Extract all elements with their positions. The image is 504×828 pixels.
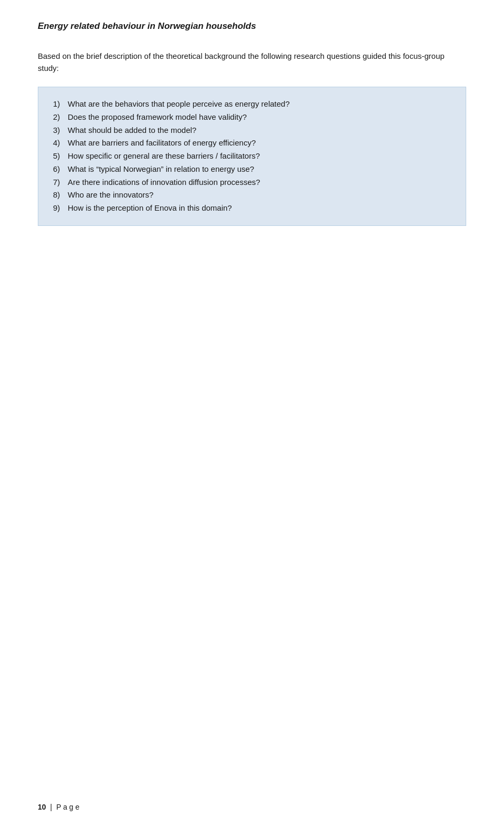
question-number: 5) <box>53 150 68 163</box>
footer-separator: | <box>50 803 52 811</box>
page-footer: 10 | P a g e <box>38 803 79 811</box>
question-text: Are there indications of innovation diff… <box>68 176 451 189</box>
question-number: 9) <box>53 202 68 215</box>
question-number: 4) <box>53 137 68 150</box>
page: Energy related behaviour in Norwegian ho… <box>0 0 504 828</box>
question-number: 3) <box>53 124 68 137</box>
question-text: How is the perception of Enova in this d… <box>68 202 451 215</box>
list-item: 6)What is “typical Norwegian” in relatio… <box>53 163 451 176</box>
question-text: Who are the innovators? <box>68 189 451 202</box>
research-questions-list: 1)What are the behaviors that people per… <box>53 98 451 215</box>
list-item: 9)How is the perception of Enova in this… <box>53 202 451 215</box>
question-number: 8) <box>53 189 68 202</box>
question-number: 1) <box>53 98 68 111</box>
question-text: What is “typical Norwegian” in relation … <box>68 163 451 176</box>
list-item: 1)What are the behaviors that people per… <box>53 98 451 111</box>
intro-paragraph: Based on the brief description of the th… <box>38 50 466 74</box>
question-text: What are barriers and facilitators of en… <box>68 137 451 150</box>
list-item: 5)How specific or general are these barr… <box>53 150 451 163</box>
question-text: What should be added to the model? <box>68 124 451 137</box>
research-box: 1)What are the behaviors that people per… <box>38 87 466 226</box>
question-text: Does the proposed framework model have v… <box>68 111 451 124</box>
list-item: 7)Are there indications of innovation di… <box>53 176 451 189</box>
page-title: Energy related behaviour in Norwegian ho… <box>38 21 466 32</box>
list-item: 3)What should be added to the model? <box>53 124 451 137</box>
question-number: 6) <box>53 163 68 176</box>
question-text: How specific or general are these barrie… <box>68 150 451 163</box>
question-text: What are the behaviors that people perce… <box>68 98 451 111</box>
question-number: 2) <box>53 111 68 124</box>
footer-page-number: 10 <box>38 803 46 811</box>
list-item: 2)Does the proposed framework model have… <box>53 111 451 124</box>
list-item: 4)What are barriers and facilitators of … <box>53 137 451 150</box>
list-item: 8)Who are the innovators? <box>53 189 451 202</box>
footer-page-label: P a g e <box>56 803 79 811</box>
question-number: 7) <box>53 176 68 189</box>
